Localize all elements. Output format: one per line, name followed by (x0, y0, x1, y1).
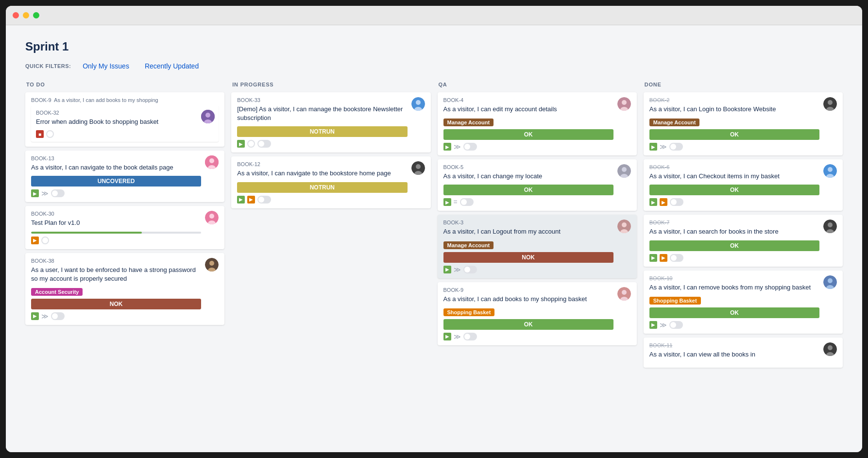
card-book3[interactable]: BOOK-3 As a visitor, I can Logout from m… (438, 215, 637, 278)
svg-point-19 (622, 100, 627, 105)
flag-green-icon: ▶ (443, 333, 451, 340)
card-title: As a visitor, I can view all the books i… (649, 350, 819, 359)
svg-point-1 (205, 113, 210, 118)
manage-account-badge: Manage Account (649, 119, 700, 126)
svg-point-25 (622, 222, 627, 227)
flag-green-icon: ▶ (443, 143, 451, 151)
toggle-switch[interactable] (257, 140, 271, 148)
column-cards-done: BOOK-2 As a visitor, I can Login to Book… (644, 92, 843, 368)
card-id: BOOK-38 (31, 258, 201, 264)
card-icons: ▶ (237, 140, 407, 148)
svg-point-37 (828, 222, 833, 227)
card-book11[interactable]: BOOK-11 As a visitor, I can view all the… (644, 338, 843, 368)
main-window: Sprint 1 QUICK FILTERS: Only My Issues R… (6, 6, 862, 452)
progress-fill (31, 232, 142, 234)
uncovered-badge: UNCOVERED (31, 176, 201, 187)
card-book7[interactable]: BOOK-7 As a visitor, I can search for bo… (644, 215, 843, 266)
toggle-switch[interactable] (463, 143, 477, 151)
card-icons: ▶ = (443, 198, 613, 206)
ok-button: OK (443, 319, 613, 330)
card-book4[interactable]: BOOK-4 As a visitor, I can edit my accou… (438, 92, 637, 155)
card-title: Error when adding Book to shopping baske… (36, 118, 199, 126)
column-header-todo: TO DO (25, 82, 224, 87)
card-book2[interactable]: BOOK-2 As a visitor, I can Login to Book… (644, 92, 843, 155)
card-icons: ▶ ▶ (237, 196, 407, 204)
svg-point-22 (622, 167, 627, 172)
card-book6[interactable]: BOOK-6 As a visitor, I can Checkout item… (644, 159, 843, 211)
column-cards-inprogress: BOOK-33 [Demo] As a visitor, I can manag… (231, 92, 430, 208)
card-id: BOOK-6 (649, 164, 819, 170)
svg-point-4 (209, 158, 214, 163)
card-title: As a visitor, I can navigate to the book… (31, 163, 201, 172)
nok-button: NOK (31, 299, 201, 309)
chevrons-icon: ≫ (454, 143, 461, 151)
toggle-switch[interactable] (463, 333, 477, 340)
card-title: As a visitor, I can change my locate (443, 172, 613, 181)
kanban-board: TO DO BOOK-9 As a visitor, I can add boo… (25, 82, 843, 368)
flag-green-icon: ▶ (31, 312, 39, 320)
card-book9-qa[interactable]: BOOK-9 As a visitor, I can add books to … (438, 282, 637, 345)
column-qa: QA BOOK-4 As a visitor, I can edit my ac… (438, 82, 637, 345)
filter-only-my-issues[interactable]: Only My Issues (79, 60, 133, 72)
toggle-switch[interactable] (670, 254, 683, 262)
column-cards-todo: BOOK-9 As a visitor, I can add books to … (25, 92, 224, 325)
flag-green-icon: ▶ (649, 198, 657, 206)
card-book38[interactable]: BOOK-38 As a user, I want to be enforced… (25, 253, 224, 325)
flag-green-icon: ▶ (649, 254, 657, 262)
minimize-button[interactable] (23, 12, 29, 18)
manage-account-badge: Manage Account (443, 119, 494, 126)
filter-recently-updated[interactable]: Recently Updated (141, 60, 203, 72)
card-id: BOOK-13 (31, 155, 201, 161)
card-title: As a visitor, I can Login to Bookstore W… (649, 105, 819, 114)
card-id: BOOK-10 (649, 275, 819, 281)
card-icons: ▶ ≫ (649, 143, 819, 151)
card-book10[interactable]: BOOK-10 As a visitor, I can remove books… (644, 271, 843, 334)
notrun-badge: NOTRUN (237, 126, 407, 137)
page-title: Sprint 1 (25, 40, 843, 53)
svg-point-43 (828, 345, 833, 350)
card-book33[interactable]: BOOK-33 [Demo] As a visitor, I can manag… (231, 92, 430, 153)
card-book30[interactable]: BOOK-30 Test Plan for v1.0 (25, 206, 224, 249)
card-book12[interactable]: BOOK-12 As a visitor, I can navigate to … (231, 156, 430, 208)
card-title: As a visitor, I can remove books from my… (649, 283, 819, 292)
ok-button: OK (649, 240, 819, 251)
toggle-switch[interactable] (463, 266, 477, 273)
toggle-switch[interactable] (669, 321, 683, 329)
chevrons-icon: ≫ (454, 333, 461, 340)
card-id: BOOK-9 (443, 287, 613, 293)
toggle-switch[interactable] (460, 198, 474, 206)
circle-indicator (46, 130, 54, 138)
ok-button: OK (443, 185, 613, 195)
toggle-switch[interactable] (51, 189, 65, 197)
flag-orange-icon: ▶ (660, 254, 667, 262)
card-title: As a visitor, I can navigate to the book… (237, 169, 407, 178)
nok-button: NOK (443, 252, 613, 263)
close-button[interactable] (13, 12, 19, 18)
card-title: Test Plan for v1.0 (31, 219, 201, 227)
progress-bar (31, 232, 201, 234)
card-title: As a user, I want to be enforced to have… (31, 266, 201, 283)
card-id: BOOK-12 (237, 161, 407, 167)
toggle-switch[interactable] (670, 198, 683, 206)
card-id: BOOK-4 (443, 97, 613, 103)
card-id: BOOK-7 (649, 220, 819, 225)
card-id: BOOK-30 (31, 211, 201, 217)
page-content: Sprint 1 QUICK FILTERS: Only My Issues R… (6, 25, 862, 452)
column-header-inprogress: IN PROGRESS (231, 82, 430, 87)
account-security-badge: Account Security (31, 288, 83, 296)
card-footer-icons: ■ (36, 130, 199, 138)
svg-point-16 (416, 164, 421, 169)
toggle-switch[interactable] (669, 143, 683, 151)
toggle-switch[interactable] (51, 312, 65, 320)
svg-point-7 (209, 214, 214, 219)
svg-point-31 (828, 100, 833, 105)
card-book13[interactable]: BOOK-13 As a visitor, I can navigate to … (25, 151, 224, 202)
chevrons-icon: ≫ (41, 189, 49, 197)
column-header-qa: QA (438, 82, 637, 87)
toggle-switch[interactable] (257, 196, 271, 204)
column-header-done: DONE (644, 82, 843, 87)
flag-orange-icon: ▶ (31, 237, 39, 244)
card-book5[interactable]: BOOK-5 As a visitor, I can change my loc… (438, 159, 637, 211)
card-title: [Demo] As a visitor, I can manage the bo… (237, 105, 407, 122)
maximize-button[interactable] (33, 12, 39, 18)
